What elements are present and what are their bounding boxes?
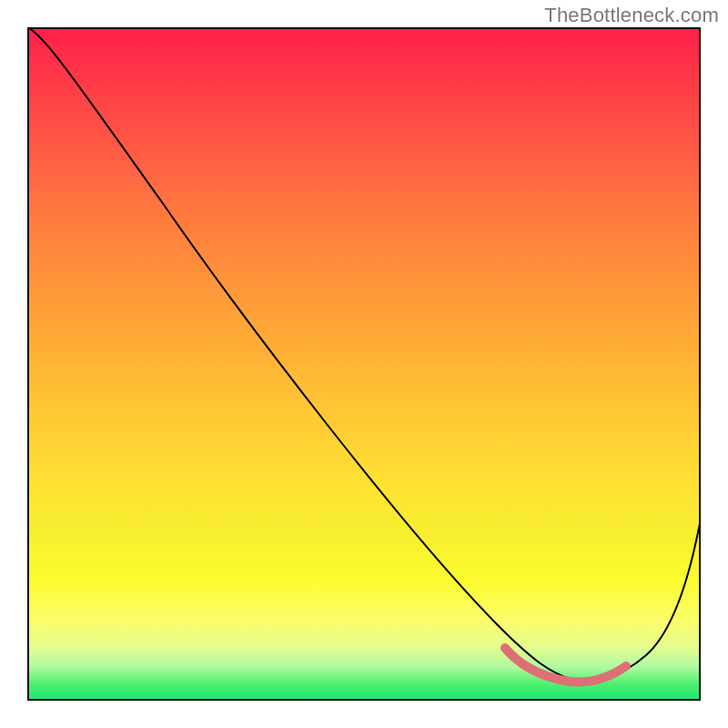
pink-band: [505, 648, 626, 682]
curve-layer: [27, 27, 701, 701]
chart-wrap: TheBottleneck.com: [0, 0, 728, 728]
black-curve: [27, 27, 701, 682]
plot-area: [27, 27, 701, 701]
watermark: TheBottleneck.com: [544, 4, 719, 27]
